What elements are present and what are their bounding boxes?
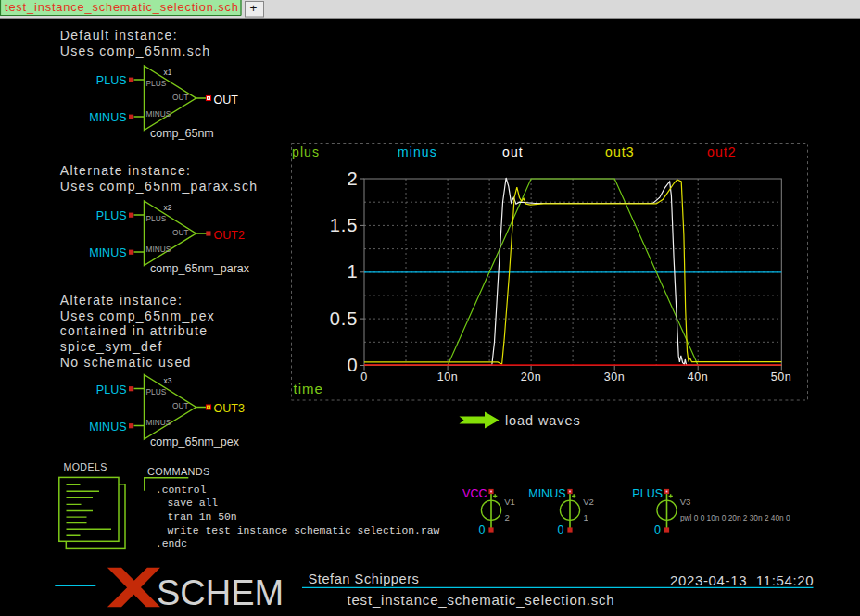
svg-text:comp_65nm: comp_65nm bbox=[150, 127, 214, 140]
svg-text:V2: V2 bbox=[583, 497, 594, 507]
svg-text:0: 0 bbox=[360, 371, 367, 383]
svg-text:PLUS: PLUS bbox=[96, 74, 127, 87]
svg-text:out2: out2 bbox=[707, 145, 737, 159]
svg-text:OUT2: OUT2 bbox=[214, 229, 245, 242]
svg-text:save all: save all bbox=[168, 497, 219, 509]
svg-text:OUT: OUT bbox=[172, 228, 189, 237]
svg-text:V1: V1 bbox=[504, 497, 515, 507]
svg-text:30n: 30n bbox=[604, 371, 625, 383]
svg-text:1: 1 bbox=[347, 261, 358, 282]
svg-text:MINUS: MINUS bbox=[528, 487, 565, 500]
svg-text:test_instance_schematic_select: test_instance_schematic_selection.sch bbox=[348, 592, 615, 608]
svg-text:0: 0 bbox=[654, 523, 661, 536]
svg-text:+: + bbox=[250, 1, 258, 15]
svg-text:V3: V3 bbox=[680, 497, 691, 507]
svg-text:PLUS: PLUS bbox=[146, 79, 167, 88]
svg-text:x1: x1 bbox=[164, 68, 172, 77]
svg-text:MODELS: MODELS bbox=[64, 461, 108, 472]
svg-text:PLUS: PLUS bbox=[96, 209, 127, 222]
svg-text:OUT: OUT bbox=[214, 94, 239, 107]
svg-text:x3: x3 bbox=[164, 376, 172, 385]
svg-text:20n: 20n bbox=[521, 371, 541, 383]
svg-text:Alterate instance:: Alterate instance: bbox=[60, 293, 183, 308]
svg-text:pwl 0 0 10n 0 20n 2 30n 2 40n: pwl 0 0 10n 0 20n 2 30n 2 40n 0 bbox=[680, 513, 790, 522]
svg-text:SCHEM: SCHEM bbox=[157, 573, 284, 612]
svg-text:contained in attribute: contained in attribute bbox=[60, 323, 209, 338]
svg-text:plus: plus bbox=[292, 145, 320, 159]
svg-text:minus: minus bbox=[398, 145, 437, 159]
svg-text:PLUS: PLUS bbox=[96, 383, 127, 396]
svg-text:Uses comp_65nm_parax.sch: Uses comp_65nm_parax.sch bbox=[60, 179, 259, 194]
svg-text:MINUS: MINUS bbox=[89, 111, 126, 124]
svg-text:comp_65nm_parax: comp_65nm_parax bbox=[150, 262, 250, 275]
svg-text:PLUS: PLUS bbox=[146, 387, 167, 396]
svg-text:1.5: 1.5 bbox=[330, 215, 359, 235]
svg-text:tran 1n 50n: tran 1n 50n bbox=[168, 511, 237, 522]
svg-text:2023-04-13 11:54:20: 2023-04-13 11:54:20 bbox=[670, 572, 814, 588]
svg-text:load waves: load waves bbox=[505, 413, 581, 428]
svg-text:Uses comp_65nm.sch: Uses comp_65nm.sch bbox=[60, 44, 211, 58]
svg-text:MINUS: MINUS bbox=[146, 418, 171, 427]
svg-text:OUT: OUT bbox=[172, 93, 189, 102]
svg-text:50n: 50n bbox=[771, 371, 791, 383]
svg-text:spice_sym_def: spice_sym_def bbox=[60, 339, 163, 354]
svg-text:0.5: 0.5 bbox=[330, 308, 359, 329]
svg-text:40n: 40n bbox=[688, 371, 708, 383]
svg-text:out: out bbox=[502, 145, 524, 159]
svg-text:OUT3: OUT3 bbox=[214, 402, 245, 415]
svg-text:.control: .control bbox=[156, 484, 207, 496]
svg-text:VCC: VCC bbox=[462, 487, 487, 500]
svg-text:Uses comp_65nm_pex: Uses comp_65nm_pex bbox=[60, 308, 216, 323]
svg-text:Stefan Schippers: Stefan Schippers bbox=[309, 572, 420, 586]
svg-text:1: 1 bbox=[584, 512, 588, 522]
svg-text:Alternate instance:: Alternate instance: bbox=[60, 163, 192, 178]
svg-text:2: 2 bbox=[505, 512, 510, 522]
svg-text:0: 0 bbox=[558, 523, 564, 536]
svg-text:OUT: OUT bbox=[172, 401, 189, 410]
svg-text:COMMANDS: COMMANDS bbox=[147, 466, 210, 477]
svg-text:x2: x2 bbox=[164, 203, 172, 212]
svg-text:0: 0 bbox=[347, 355, 358, 375]
svg-text:MINUS: MINUS bbox=[146, 109, 171, 119]
svg-text:out3: out3 bbox=[605, 145, 635, 159]
svg-text:test_instance_schematic_select: test_instance_schematic_selection.sch bbox=[5, 0, 239, 14]
svg-text:Default instance:: Default instance: bbox=[60, 28, 178, 43]
svg-text:PLUS: PLUS bbox=[146, 214, 167, 223]
svg-text:write test_instance_schematic_: write test_instance_schematic_selection.… bbox=[168, 525, 440, 536]
svg-text:0: 0 bbox=[479, 523, 486, 536]
svg-text:comp_65nm_pex: comp_65nm_pex bbox=[150, 435, 240, 448]
svg-text:MINUS: MINUS bbox=[146, 245, 171, 254]
svg-text:PLUS: PLUS bbox=[632, 487, 663, 500]
svg-text:time: time bbox=[294, 381, 323, 396]
svg-text:No schematic used: No schematic used bbox=[60, 355, 192, 370]
svg-text:10n: 10n bbox=[437, 371, 458, 383]
svg-text:MINUS: MINUS bbox=[89, 421, 126, 434]
svg-text:.endc: .endc bbox=[156, 538, 187, 549]
svg-text:MINUS: MINUS bbox=[89, 246, 126, 259]
svg-text:2: 2 bbox=[347, 169, 358, 189]
